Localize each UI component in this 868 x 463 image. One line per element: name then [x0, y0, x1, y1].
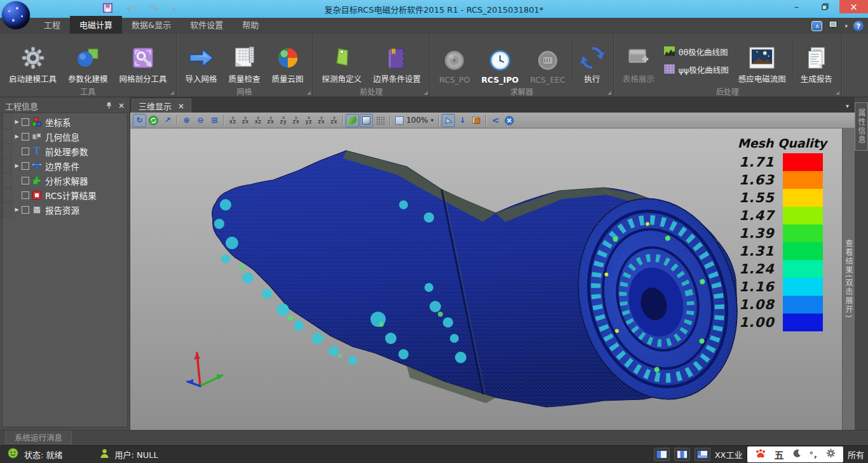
- rcs-ipo-button[interactable]: RCS_IPO: [475, 36, 524, 86]
- zoom-level-control[interactable]: 100% ▾: [393, 116, 436, 125]
- checkbox[interactable]: [22, 148, 29, 155]
- boundary-setting-button[interactable]: 边界条件设置: [367, 36, 426, 86]
- expander-icon[interactable]: ▶: [12, 163, 22, 169]
- zoom-fit-button[interactable]: ⊞: [208, 114, 221, 127]
- view-preset-front-button[interactable]: yxz: [227, 114, 239, 127]
- menu-tab-project[interactable]: 工程: [34, 16, 70, 34]
- ime-wubi-mode[interactable]: 五: [775, 448, 784, 461]
- tree-item-report[interactable]: ▶ 报告资源: [3, 202, 127, 217]
- results-tab[interactable]: 查看结果(双击展开): [843, 239, 854, 319]
- expander-icon[interactable]: ▶: [12, 134, 22, 139]
- view-preset-left-button[interactable]: yxz: [252, 114, 264, 127]
- arrow-down-button[interactable]: ↓: [456, 114, 469, 127]
- tree-item-preprocess[interactable]: T 前处理参数: [3, 144, 127, 158]
- execute-button[interactable]: 执行: [574, 36, 610, 86]
- zoom-out-button[interactable]: ⊖: [194, 114, 207, 127]
- gen-report-button[interactable]: 生成报告: [795, 36, 838, 86]
- select-tool-button[interactable]: [442, 114, 455, 127]
- redo-icon[interactable]: ↷: [149, 4, 158, 15]
- checkbox[interactable]: [22, 133, 29, 141]
- cancel-button[interactable]: [503, 114, 516, 127]
- tree-item-rcs-result[interactable]: RCS计算结果: [3, 188, 127, 202]
- theta-curve-button[interactable]: θθ极化曲线图: [664, 46, 729, 58]
- rotate-view-button[interactable]: ↻: [133, 114, 146, 127]
- pin-icon[interactable]: [105, 101, 112, 111]
- view-preset-top-button[interactable]: xzy: [278, 114, 290, 127]
- view-preset-bottom-button[interactable]: yzx: [290, 114, 302, 127]
- view-preset-right-button[interactable]: yzx: [265, 114, 277, 127]
- grid-mode-button[interactable]: [374, 114, 387, 127]
- tab-close-icon[interactable]: ×: [178, 102, 184, 111]
- copy-view-button[interactable]: [470, 114, 483, 127]
- style-caret-icon[interactable]: ▾: [844, 23, 848, 29]
- pan-view-button[interactable]: ↗: [161, 114, 174, 127]
- table-show-button[interactable]: 表格展示: [617, 36, 660, 86]
- group-expand-icon[interactable]: [836, 91, 839, 95]
- expander-icon[interactable]: ▶: [12, 119, 22, 125]
- menu-tab-settings[interactable]: 软件设置: [180, 16, 233, 34]
- import-mesh-button[interactable]: 导入网格: [180, 36, 223, 86]
- panel-close-icon[interactable]: ×: [118, 101, 125, 110]
- ime-settings-gear-icon[interactable]: [826, 448, 836, 460]
- ime-punctuation-mode[interactable]: °,: [810, 450, 818, 459]
- close-button[interactable]: ×: [839, 0, 868, 13]
- menu-tab-data-display[interactable]: 数据&显示: [122, 16, 180, 34]
- group-expand-icon[interactable]: [307, 91, 311, 95]
- checkbox[interactable]: [22, 191, 29, 199]
- tree-item-solver[interactable]: 分析求解器: [3, 173, 127, 188]
- share-flow-button[interactable]: <: [489, 114, 502, 127]
- undo-icon[interactable]: ↶: [126, 4, 135, 15]
- shaded-mode-button[interactable]: [346, 114, 359, 127]
- tag-icon: [329, 43, 355, 73]
- layout-left-dock-button[interactable]: [654, 448, 670, 461]
- em-flow-button[interactable]: 感应电磁流图: [733, 36, 792, 86]
- zoom-caret-icon[interactable]: ▾: [431, 117, 434, 123]
- checkbox[interactable]: [22, 177, 29, 184]
- save-icon[interactable]: [103, 3, 112, 15]
- checkbox[interactable]: [22, 162, 29, 170]
- rcs-eec-button[interactable]: RCS_EEC: [524, 36, 571, 86]
- model-canvas[interactable]: [130, 128, 842, 430]
- param-modeling-button[interactable]: 参数化建模: [62, 36, 114, 86]
- app-logo-icon[interactable]: [2, 1, 30, 29]
- layout-center-dock-button[interactable]: [674, 448, 690, 461]
- window-style-icon[interactable]: [828, 20, 839, 32]
- tree-item-coords[interactable]: ▶ 坐标系: [3, 114, 127, 129]
- start-modeling-button[interactable]: 启动建模工具: [3, 36, 62, 86]
- mesh-tool-button[interactable]: 网格剖分工具: [114, 36, 173, 86]
- restore-button[interactable]: [811, 0, 839, 13]
- collapse-ribbon-icon[interactable]: ∧: [811, 21, 822, 31]
- view-preset-iso3-button[interactable]: yzx: [329, 114, 341, 127]
- quality-check-button[interactable]: 质量检查: [223, 36, 266, 86]
- checkbox[interactable]: [22, 206, 29, 214]
- tab-list-caret-icon[interactable]: ▾: [846, 102, 849, 109]
- psi-curve-button[interactable]: ψψ极化曲线图: [664, 64, 729, 76]
- group-expand-icon[interactable]: [607, 91, 611, 95]
- property-info-tab[interactable]: 属性信息: [855, 102, 868, 151]
- ime-moon-icon[interactable]: [792, 448, 801, 460]
- system-message-tab[interactable]: 系统运行消息: [5, 431, 72, 444]
- menu-tab-help[interactable]: 帮助: [233, 16, 268, 34]
- group-expand-icon[interactable]: [170, 91, 174, 95]
- minimize-button[interactable]: –: [782, 0, 811, 13]
- view-preset-back-button[interactable]: yzx: [240, 114, 252, 127]
- view-preset-iso1-button[interactable]: xyz: [303, 114, 315, 127]
- qat-more-icon[interactable]: ▾: [173, 4, 176, 15]
- checkbox[interactable]: [22, 118, 29, 126]
- group-expand-icon[interactable]: [424, 91, 428, 95]
- help-icon[interactable]: ?: [853, 21, 864, 31]
- tree-item-geometry[interactable]: ▶ 几何信息: [3, 129, 127, 144]
- probe-angle-button[interactable]: 探测角定义: [316, 36, 368, 86]
- ime-logo-paw-icon[interactable]: [755, 448, 766, 461]
- zoom-in-button[interactable]: ⊕: [180, 114, 193, 127]
- wireframe-mode-button[interactable]: [360, 114, 373, 127]
- rcs-po-button[interactable]: RCS_PO: [433, 36, 475, 86]
- tree-item-boundary[interactable]: ▶ 边界条件: [3, 158, 127, 173]
- expander-icon[interactable]: ▶: [12, 207, 22, 212]
- tab-3d-display[interactable]: 三维显示 ×: [132, 99, 191, 113]
- menu-tab-em-compute[interactable]: 电磁计算: [70, 16, 122, 34]
- orbit-view-button[interactable]: [147, 114, 160, 127]
- layout-bottom-dock-button[interactable]: [695, 448, 710, 461]
- view-preset-iso2-button[interactable]: yzx: [316, 114, 328, 127]
- quality-cloud-button[interactable]: 质量云图: [266, 36, 309, 86]
